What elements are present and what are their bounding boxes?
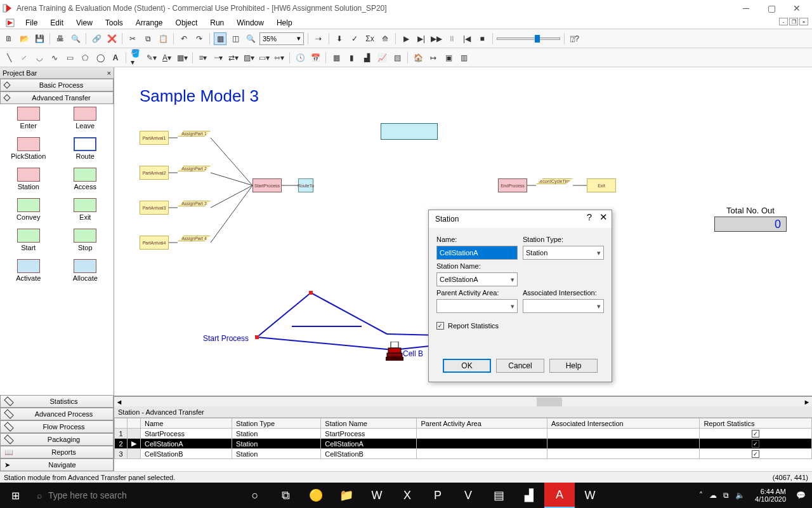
visio-icon[interactable]: V xyxy=(453,483,483,508)
close-button[interactable]: ✕ xyxy=(784,1,809,15)
bg-color-icon[interactable]: ▦▾ xyxy=(176,51,188,64)
word2-icon[interactable]: W xyxy=(575,483,605,508)
anim-seize-icon[interactable]: ▣ xyxy=(442,51,455,64)
clock-icon[interactable]: 🕓 xyxy=(294,51,306,64)
linestyle-icon[interactable]: ┄▾ xyxy=(212,51,225,64)
system-tray[interactable]: ˄ ☁ ⧉ 🔈 6:44 AM4/10/2020 💬 xyxy=(693,488,812,503)
tray-chevron-icon[interactable]: ˄ xyxy=(699,491,703,500)
flip-icon[interactable]: ⇿▾ xyxy=(273,51,285,64)
dialog-help-icon[interactable]: ? xyxy=(587,211,592,223)
print-icon[interactable]: 🖶 xyxy=(54,32,67,45)
menu-tools[interactable]: Tools xyxy=(103,18,126,28)
section-advanced-process[interactable]: Advanced Process xyxy=(0,408,114,420)
palette-access[interactable]: Access xyxy=(58,168,113,190)
section-basic-process[interactable]: Basic Process xyxy=(0,79,114,91)
menu-view[interactable]: View xyxy=(74,18,95,28)
palette-leave[interactable]: Leave xyxy=(58,107,113,130)
node-endprocess[interactable]: EndProcess xyxy=(498,178,527,192)
chrome-icon[interactable]: 🟡 xyxy=(301,483,331,508)
print-preview-icon[interactable]: 🔍 xyxy=(69,32,82,45)
menu-object[interactable]: Object xyxy=(173,18,200,28)
cancel-button[interactable]: Cancel xyxy=(496,359,544,373)
palette-start[interactable]: Start xyxy=(1,229,56,251)
report-statistics-checkbox[interactable]: ✓ xyxy=(436,322,444,330)
section-flow-process[interactable]: Flow Process xyxy=(0,420,114,433)
excel-icon[interactable]: X xyxy=(392,483,422,508)
table-row[interactable]: 3CellStationBStationCellStationB✓ xyxy=(115,449,812,459)
line-icon[interactable]: ╲ xyxy=(3,51,15,64)
station-name-combo[interactable]: CellStationA xyxy=(436,272,518,286)
minimize-button[interactable]: ─ xyxy=(733,1,759,15)
node-assign1[interactable]: AssignPart 1 xyxy=(178,131,211,137)
bezier-icon[interactable]: ∿ xyxy=(48,51,61,64)
speed-slider[interactable] xyxy=(497,34,560,44)
dash-icon[interactable]: ▭▾ xyxy=(258,51,270,64)
node-partarrival1[interactable]: PartArrival1 xyxy=(140,131,169,145)
station-type-combo[interactable]: Station xyxy=(523,246,604,260)
menu-run[interactable]: Run xyxy=(207,18,226,28)
section-navigate[interactable]: ➤Navigate xyxy=(0,458,114,471)
attach-icon[interactable]: 🔗 xyxy=(90,32,103,45)
palette-exit[interactable]: Exit xyxy=(58,198,113,221)
arc-icon[interactable]: ◡ xyxy=(33,51,46,64)
intersection-combo[interactable] xyxy=(523,299,604,313)
powerpoint-icon[interactable]: P xyxy=(422,483,453,508)
section-reports[interactable]: 📖Reports xyxy=(0,446,114,458)
queue-icon[interactable]: ▤ xyxy=(391,51,403,64)
mdi-minimize[interactable]: - xyxy=(779,18,788,25)
new-icon[interactable]: 🗎 xyxy=(3,32,15,45)
var-icon[interactable]: ▦ xyxy=(330,51,343,64)
connect-icon[interactable]: ⇢ xyxy=(312,32,325,45)
section-advanced-transfer[interactable]: Advanced Transfer xyxy=(0,91,114,104)
node-assign2[interactable]: AssignPart 2 xyxy=(178,166,211,171)
node-partarrival3[interactable]: PartArrival3 xyxy=(140,201,169,215)
save-icon[interactable]: 💾 xyxy=(33,32,46,45)
layers-icon[interactable]: ▦ xyxy=(214,32,226,45)
context-help-icon[interactable]: ⍰? xyxy=(568,32,581,45)
play-icon[interactable]: ▶ xyxy=(400,32,412,45)
node-assign3[interactable]: AssignPart 3 xyxy=(178,201,211,206)
histogram-icon[interactable]: ▟ xyxy=(360,51,373,64)
node-startprocess[interactable]: StartProcess xyxy=(252,178,282,192)
taskview-icon[interactable]: ⧉ xyxy=(270,483,301,508)
projbar-close-icon[interactable]: × xyxy=(107,69,111,77)
fill-color-icon[interactable]: 🪣▾ xyxy=(130,51,143,64)
model-canvas[interactable]: Sample Model 3 PartArrival1 AssignPart 1… xyxy=(114,67,812,396)
parent-area-combo[interactable] xyxy=(436,299,518,313)
dialog-close-icon[interactable]: ✕ xyxy=(599,211,608,223)
menu-edit[interactable]: Edit xyxy=(48,18,66,28)
node-top-cyan[interactable] xyxy=(381,123,438,140)
palette-stop[interactable]: Stop xyxy=(58,229,113,251)
copy-icon[interactable]: ⧉ xyxy=(141,32,154,45)
cortana-icon[interactable]: ○ xyxy=(240,483,270,508)
tray-onedrive-icon[interactable]: ☁ xyxy=(709,491,717,500)
text-icon[interactable]: A xyxy=(109,51,122,64)
level-icon[interactable]: ▮ xyxy=(345,51,358,64)
table-row[interactable]: 2▶CellStationAStationCellStationA✓ xyxy=(115,439,812,449)
pause-icon[interactable]: ⏸ xyxy=(445,32,458,45)
help-button[interactable]: Help xyxy=(549,359,598,373)
palette-activate[interactable]: Activate xyxy=(1,259,56,282)
maximize-button[interactable]: ▢ xyxy=(759,1,784,15)
anim-storage-icon[interactable]: ▥ xyxy=(457,51,470,64)
paste-icon[interactable]: 📋 xyxy=(157,32,169,45)
mdi-close[interactable]: × xyxy=(799,18,808,25)
detach-icon[interactable]: ❌ xyxy=(105,32,118,45)
anim-station-icon[interactable]: 🏠 xyxy=(412,51,424,64)
palette-pickstation[interactable]: PickStation xyxy=(1,137,56,160)
ok-button[interactable]: OK xyxy=(443,359,491,373)
undo-icon[interactable]: ↶ xyxy=(178,32,190,45)
line-color-icon[interactable]: ✎▾ xyxy=(145,51,158,64)
mdi-restore[interactable]: ❐ xyxy=(789,18,798,25)
section-packaging[interactable]: Packaging xyxy=(0,433,114,446)
arena-icon[interactable]: A xyxy=(544,483,575,508)
text-color-icon[interactable]: A▾ xyxy=(160,51,173,64)
name-input[interactable] xyxy=(436,246,518,260)
open-icon[interactable]: 📂 xyxy=(18,32,30,45)
section-statistics[interactable]: Statistics xyxy=(0,395,114,408)
palette-route[interactable]: Route xyxy=(58,137,113,160)
redo-icon[interactable]: ↷ xyxy=(193,32,206,45)
tray-volume-icon[interactable]: 🔈 xyxy=(735,491,745,500)
go-icon[interactable]: ⬇ xyxy=(333,32,346,45)
tray-notifications-icon[interactable]: 💬 xyxy=(796,491,806,500)
